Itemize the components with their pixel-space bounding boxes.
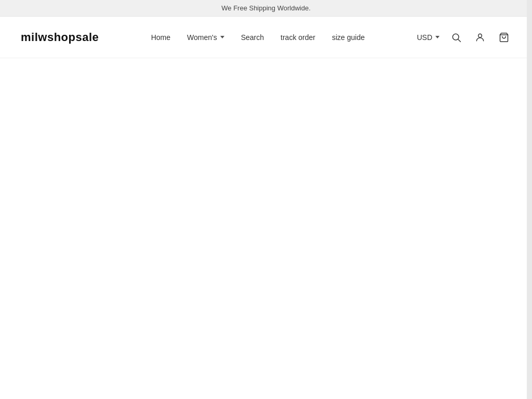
nav-item-womens[interactable]: Women's bbox=[187, 33, 224, 42]
site-header: milwshopsale Home Women's Search track o… bbox=[0, 17, 532, 58]
nav-item-search[interactable]: Search bbox=[241, 33, 264, 42]
nav-link-womens[interactable]: Women's bbox=[187, 33, 224, 42]
scrollbar[interactable] bbox=[527, 0, 532, 399]
currency-value: USD bbox=[417, 33, 432, 42]
chevron-down-icon bbox=[220, 36, 224, 38]
site-logo[interactable]: milwshopsale bbox=[21, 31, 99, 44]
main-content bbox=[0, 58, 532, 399]
nav-item-size-guide[interactable]: size guide bbox=[332, 33, 365, 42]
nav-item-home[interactable]: Home bbox=[151, 33, 170, 42]
nav-link-size-guide[interactable]: size guide bbox=[332, 33, 365, 42]
announcement-bar: We Free Shipping Worldwide. bbox=[0, 0, 532, 17]
search-button[interactable] bbox=[449, 30, 463, 45]
announcement-text: We Free Shipping Worldwide. bbox=[221, 4, 311, 12]
account-icon bbox=[475, 32, 485, 43]
nav-link-home[interactable]: Home bbox=[151, 33, 170, 42]
search-icon bbox=[451, 32, 461, 43]
nav-link-track-order[interactable]: track order bbox=[281, 33, 315, 42]
cart-icon bbox=[499, 32, 509, 43]
currency-selector[interactable]: USD bbox=[417, 33, 440, 42]
cart-button[interactable] bbox=[497, 30, 511, 45]
header-icons: USD bbox=[417, 30, 511, 45]
nav-item-track-order[interactable]: track order bbox=[281, 33, 315, 42]
chevron-down-icon bbox=[435, 36, 440, 38]
account-button[interactable] bbox=[473, 30, 487, 45]
svg-line-1 bbox=[458, 39, 461, 42]
svg-point-2 bbox=[478, 34, 482, 37]
main-nav: Home Women's Search track order size gui… bbox=[151, 33, 365, 42]
nav-link-search[interactable]: Search bbox=[241, 33, 264, 42]
